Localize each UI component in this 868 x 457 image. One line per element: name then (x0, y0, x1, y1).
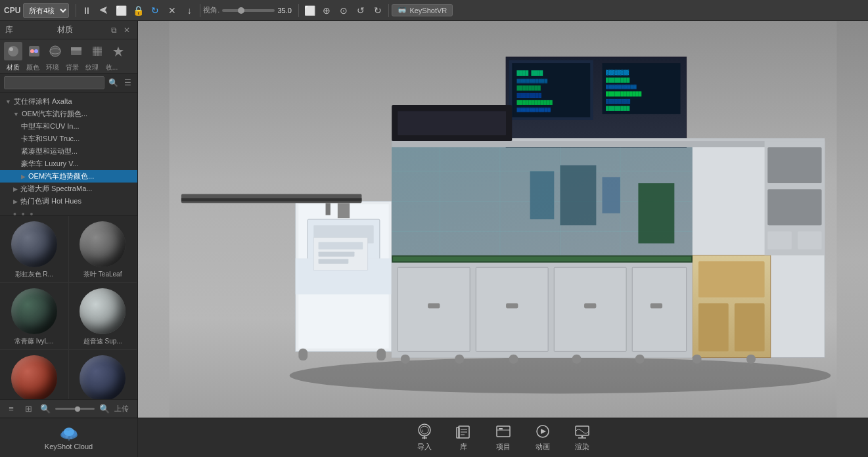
screenshot-button[interactable]: ⬜ (113, 3, 129, 18)
svg-rect-52 (530, 171, 555, 219)
svg-point-1 (9, 47, 13, 51)
action-library[interactable]: 库 (455, 424, 473, 452)
svg-rect-54 (603, 177, 620, 213)
tab-labels-row: 材质 颜色 环境 背景 纹理 收... (0, 63, 137, 72)
action-import[interactable]: + 导入 (415, 424, 434, 452)
keyshot-cloud-section[interactable]: KeyShot Cloud (0, 418, 138, 457)
tab-material-button[interactable] (4, 42, 22, 60)
svg-rect-68 (651, 303, 662, 308)
fov-slider[interactable] (222, 9, 275, 12)
material-cell-tealeaf[interactable]: 茶叶 TeaLeaf (69, 216, 138, 283)
material-cell-supersonic[interactable]: 超音速 Sup... (69, 283, 138, 350)
cloud-label: KeyShot Cloud (45, 443, 93, 450)
svg-rect-85 (319, 242, 363, 250)
down-button[interactable]: ↓ (181, 3, 197, 18)
tree-item-mid[interactable]: 中型车和CUV In... (0, 120, 137, 133)
tab-environment-button[interactable] (46, 42, 64, 60)
tree-item-oem[interactable]: ▼ OEM汽车流行颜色... (0, 108, 137, 120)
tree-item-compact[interactable]: 紧凑型和运动型... (0, 145, 137, 158)
svg-rect-57 (698, 261, 765, 297)
action-animation[interactable]: 动画 (534, 424, 552, 452)
tab-favorites-button[interactable] (109, 42, 127, 60)
zoom-in-button[interactable]: 🔍 (97, 402, 112, 416)
arrow-axalta: ▼ (5, 98, 11, 105)
panel-minimize-button[interactable]: ⧉ (108, 25, 119, 35)
settings-button[interactable]: ↺ (353, 3, 369, 18)
tree-label-mid: 中型车和CUV In... (21, 121, 80, 131)
tree-label-luxury: 豪华车 Luxury V... (21, 159, 79, 169)
tab-texture-button[interactable] (88, 42, 106, 60)
divider-3 (298, 4, 299, 17)
zoom-out-button[interactable]: 🔍 (38, 402, 53, 416)
svg-rect-92 (798, 231, 822, 249)
tree-item-truck[interactable]: 卡车和SUV Truc... (0, 133, 137, 145)
globe-button[interactable]: ⬜ (302, 3, 317, 18)
svg-rect-110 (497, 426, 510, 437)
tree-item-axalta[interactable]: ▼ 艾仕得涂料 Axalta (0, 95, 137, 108)
target-button[interactable]: ⊙ (336, 3, 352, 18)
search-input[interactable] (4, 76, 104, 89)
material-cell-ivy[interactable]: 常青藤 IvyL... (0, 283, 69, 350)
material-cell-fried[interactable]: 炒冰淇淋 Fr... (0, 350, 69, 399)
size-slider-thumb[interactable] (75, 406, 80, 412)
svg-text:████████: ████████ (606, 77, 630, 83)
material-cell-castle[interactable]: 城堡主楼 D... (69, 350, 138, 399)
tree-item-hothues[interactable]: ▶ 热门色调 Hot Hues (0, 195, 137, 207)
upload-button[interactable]: 上传 (114, 404, 129, 414)
tree-item-luxury[interactable]: 豪华车 Luxury V... (0, 158, 137, 170)
panel-close-button[interactable]: ✕ (122, 25, 132, 35)
lock-button[interactable]: 🔒 (130, 3, 146, 18)
svg-rect-70 (455, 355, 464, 364)
svg-rect-83 (393, 257, 691, 261)
action-library-label: 库 (460, 442, 467, 452)
svg-rect-53 (560, 165, 596, 226)
svg-point-97 (65, 435, 68, 439)
grid-view-button[interactable]: ⊞ (21, 402, 35, 416)
sync-button[interactable]: ⊕ (319, 3, 334, 18)
svg-rect-115 (576, 426, 589, 435)
material-sphere-ivy (11, 288, 57, 334)
machine-svg: ████ ████ ▓▓▓▓▓▓▓▓▓▓ ████████ ▓▓▓▓▓▓▓▓ █… (138, 21, 868, 418)
svg-text:▓▓▓▓▓▓▓▓: ▓▓▓▓▓▓▓▓ (606, 70, 629, 76)
keyshot-vr-button[interactable]: 🥽 KeyShotVR (392, 4, 453, 16)
tree-item-spectra[interactable]: ▶ 光谱大师 SpectraMa... (0, 183, 137, 195)
more-button[interactable]: ↻ (370, 3, 386, 18)
action-project[interactable]: 项目 (494, 424, 513, 452)
search-button[interactable]: 🔍 (107, 77, 119, 89)
action-render[interactable]: 渲染 (573, 424, 591, 452)
fov-slider-thumb[interactable] (238, 7, 244, 14)
pause-button[interactable]: ⏸ (79, 3, 95, 18)
stop-button[interactable]: ✕ (164, 3, 180, 18)
material-cell-rainbow-gray[interactable]: 彩虹灰色 R... (0, 216, 69, 283)
svg-rect-69 (401, 355, 410, 364)
svg-rect-71 (509, 355, 518, 364)
cpu-select[interactable]: 所有4核 (23, 3, 69, 18)
tab-label-favorites: 收... (103, 63, 121, 72)
svg-rect-72 (572, 355, 582, 364)
svg-rect-65 (428, 303, 440, 308)
tree-item-trend[interactable]: ▶ OEM汽车趋势颜色... (0, 170, 137, 183)
svg-rect-112 (499, 428, 503, 429)
filter-button[interactable]: ☰ (122, 77, 133, 89)
prev-frame-button[interactable]: ⮜ (96, 3, 112, 18)
material-sphere-tealeaf (80, 221, 126, 267)
panel-header: 库 材质 ⧉ ✕ (0, 21, 137, 39)
material-tree: ▼ 艾仕得涂料 Axalta ▼ OEM汽车流行颜色... 中型车和CUV In… (0, 93, 137, 215)
keyshot-vr-label: KeyShotVR (409, 7, 447, 14)
material-tabs: 材质 颜色 环境 背景 纹理 收... (0, 39, 137, 74)
left-panel-bottom: ≡ ⊞ 🔍 🔍 上传 (0, 399, 137, 418)
divider-1 (76, 4, 76, 17)
list-view-button[interactable]: ≡ (4, 402, 18, 416)
svg-rect-25 (326, 203, 331, 215)
viewport[interactable]: ████ ████ ▓▓▓▓▓▓▓▓▓▓ ████████ ▓▓▓▓▓▓▓▓ █… (138, 21, 868, 418)
svg-text:████████████: ████████████ (606, 91, 642, 97)
svg-rect-89 (767, 147, 821, 183)
svg-rect-55 (638, 183, 674, 244)
svg-point-116 (581, 436, 583, 438)
library-title: 库 (5, 24, 55, 35)
size-slider[interactable] (55, 408, 95, 410)
tab-background-button[interactable] (67, 42, 85, 60)
refresh-button[interactable]: ↻ (147, 3, 163, 18)
library-icon (455, 424, 473, 439)
tab-color-button[interactable] (25, 42, 43, 60)
